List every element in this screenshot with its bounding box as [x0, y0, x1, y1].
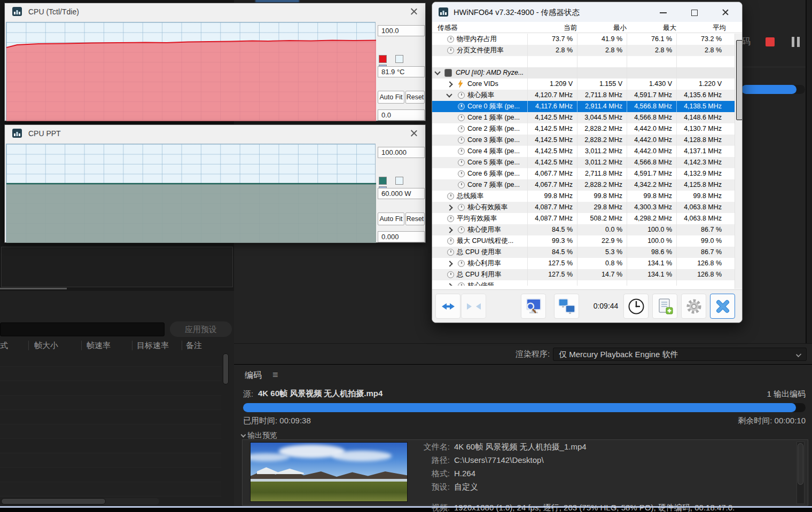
close-sensors-button[interactable] — [710, 294, 735, 319]
preset-horizontal-scrollbar[interactable] — [1, 498, 159, 505]
panel-divider-handle[interactable] — [0, 288, 67, 289]
header-max[interactable]: 最大 — [627, 23, 676, 33]
maximize-icon[interactable] — [690, 8, 699, 17]
sensor-row[interactable]: CPU [#0]: AMD Ryze... — [432, 67, 735, 78]
column-frame-size[interactable]: 帧大小 — [34, 341, 58, 351]
sensor-row[interactable]: Core VIDs 1.209 V 1.155 V 1.430 V 1.220 … — [432, 78, 735, 90]
hwinfo-titlebar[interactable]: HWiNFO64 v7.32-4900 - 传感器状态 — [432, 2, 742, 22]
preview-scrollbar[interactable] — [797, 442, 805, 504]
graph-window-titlebar[interactable]: CPU PPT — [5, 125, 425, 143]
remaining-time: 剩余时间: 00:00:10 — [738, 416, 806, 426]
current-value-field[interactable]: 60.000 W — [378, 188, 425, 199]
header-current[interactable]: 当前 — [527, 23, 577, 33]
sensor-row[interactable]: 分页文件使用率 2.8 % 2.8 % 2.8 % 2.8 % — [432, 45, 735, 56]
preset-list-row[interactable] — [0, 352, 221, 367]
logging-button[interactable] — [652, 294, 677, 319]
uptime-clock-button[interactable] — [623, 294, 649, 319]
sensor-label: 分页文件使用率 — [457, 45, 524, 56]
preset-list-row[interactable] — [0, 453, 221, 468]
scrollbar-thumb[interactable] — [736, 40, 743, 120]
scale-min-field[interactable]: 0.000 — [378, 231, 425, 242]
collapse-all-button[interactable] — [461, 294, 486, 319]
sensor-row[interactable]: Core 0 频率 (pe... 4,117.6 MHz 2,911.4 MHz… — [432, 101, 735, 112]
render-engine-dropdown[interactable]: 仅 Mercury Playback Engine 软件 — [553, 348, 807, 361]
scrollbar-thumb[interactable] — [1, 498, 106, 505]
auto-fit-button[interactable]: Auto Fit — [378, 212, 404, 225]
value-max: 100.0 % — [627, 235, 676, 247]
graph-window-titlebar[interactable]: CPU (Tctl/Tdie) — [5, 3, 425, 21]
column-format-clipped[interactable]: 式 — [0, 341, 8, 351]
sensor-row[interactable]: 平均有效频率 4,087.7 MHz 508.2 MHz 4,298.2 MHz… — [432, 213, 735, 224]
preset-list-row[interactable] — [0, 424, 221, 439]
preset-search-input[interactable] — [0, 322, 165, 336]
close-icon[interactable] — [410, 7, 418, 15]
sensor-row[interactable]: Core 5 频率 (pe... 4,142.5 MHz 3,011.2 MHz… — [432, 157, 735, 168]
sensor-row[interactable]: Core 3 频率 (pe... 4,142.5 MHz 2,828.2 MHz… — [432, 135, 735, 146]
preset-list-row[interactable] — [0, 468, 221, 482]
preset-list-row[interactable] — [0, 482, 221, 497]
scrollbar-thumb[interactable] — [798, 443, 803, 485]
header-avg[interactable]: 平均 — [676, 23, 726, 33]
header-min[interactable]: 最小 — [577, 23, 627, 33]
remote-monitoring-button[interactable] — [554, 294, 579, 319]
preset-list-row[interactable] — [0, 396, 221, 410]
encoding-progressbar — [243, 403, 806, 412]
apply-preset-button[interactable]: 应用预设 — [170, 321, 232, 337]
sensor-row[interactable]: 核心利用率 127.5 % 0.8 % 134.1 % 126.8 % — [432, 258, 735, 269]
stop-queue-button[interactable] — [766, 37, 775, 46]
column-target-rate[interactable]: 目标速率 — [137, 341, 169, 351]
series-color-swatch[interactable] — [379, 55, 387, 63]
sensor-row[interactable]: Core 1 频率 (pe... 4,142.5 MHz 3,044.5 MHz… — [432, 112, 735, 123]
column-comment[interactable]: 备注 — [186, 341, 202, 351]
series-color-swatch[interactable] — [379, 177, 387, 185]
row-expander-icon[interactable] — [447, 93, 451, 97]
sensor-row[interactable]: Core 2 频率 (pe... 4,142.5 MHz 2,828.2 MHz… — [432, 123, 735, 135]
sensor-row[interactable]: 核心使用率 84.5 % 0.0 % 100.0 % 86.7 % — [432, 224, 735, 235]
pause-queue-button[interactable] — [792, 37, 800, 47]
sensor-row[interactable]: Core 4 频率 (pe... 4,142.5 MHz 3,011.2 MHz… — [432, 146, 735, 157]
row-expander-icon[interactable] — [447, 283, 451, 286]
sensor-row[interactable]: 总 CPU 利用率 127.5 % 14.7 % 134.1 % 126.8 % — [432, 269, 735, 280]
preset-list-row[interactable] — [0, 381, 221, 396]
expand-all-button[interactable] — [435, 294, 460, 319]
row-expander-icon[interactable] — [447, 227, 451, 232]
scale-max-field[interactable]: 100.000 — [378, 147, 425, 158]
sensor-scrollbar[interactable] — [735, 34, 743, 289]
auto-fit-button[interactable]: Auto Fit — [378, 91, 404, 104]
sensor-row[interactable]: Core 7 频率 (pe... 4,067.7 MHz 2,828.2 MHz… — [432, 179, 735, 191]
sensor-row[interactable]: 物理内存占用 73.7 % 41.9 % 76.1 % 73.2 % — [432, 34, 735, 45]
row-expander-icon[interactable] — [447, 205, 451, 209]
scale-min-field[interactable]: 0.0 — [378, 109, 425, 121]
column-frame-rate[interactable]: 帧速率 — [87, 341, 111, 351]
sensor-row[interactable]: 核心频率 4,120.7 MHz 2,711.8 MHz 4,591.7 MHz… — [432, 90, 735, 101]
close-icon[interactable] — [721, 8, 730, 17]
sensor-row[interactable]: Core 6 频率 (pe... 4,067.7 MHz 2,711.8 MHz… — [432, 168, 735, 179]
row-expander-icon[interactable] — [447, 82, 451, 86]
preset-list-row[interactable] — [0, 367, 221, 381]
panel-menu-icon[interactable]: ≡ — [272, 369, 278, 381]
sensor-row[interactable]: 最大 CPU/线程使... 99.3 % 22.9 % 100.0 % 99.0… — [432, 235, 735, 247]
sensor-settings-button[interactable] — [521, 294, 546, 319]
sensor-row[interactable]: 核心倍频 — [432, 280, 735, 286]
settings-button[interactable] — [681, 294, 706, 319]
current-value-field[interactable]: 81.9 °C — [378, 66, 425, 77]
sensor-row[interactable]: 核心有效频率 4,087.7 MHz 29.8 MHz 4,300.3 MHz … — [432, 202, 735, 213]
reset-button[interactable]: Reset — [405, 91, 425, 104]
preset-vertical-scrollbar[interactable] — [223, 353, 229, 497]
sensor-row[interactable] — [432, 56, 735, 67]
sensor-row[interactable]: 总线频率 99.8 MHz 99.8 MHz 99.8 MHz 99.8 MHz — [432, 191, 735, 202]
render-engine-row: 渲染程序: 仅 Mercury Playback Engine 软件 — [234, 343, 812, 364]
preset-list-row[interactable] — [0, 410, 221, 424]
row-expander-icon[interactable] — [435, 70, 440, 75]
background-color-swatch[interactable] — [395, 55, 403, 63]
background-color-swatch[interactable] — [395, 177, 403, 185]
reset-button[interactable]: Reset — [405, 212, 425, 225]
minimize-icon[interactable] — [659, 8, 668, 17]
scrollbar-thumb[interactable] — [223, 353, 229, 384]
scale-max-field[interactable]: 100.0 — [378, 25, 425, 36]
row-expander-icon[interactable] — [447, 261, 451, 265]
header-sensor[interactable]: 传感器 — [438, 23, 458, 33]
sensor-row[interactable]: 总 CPU 使用率 84.5 % 5.3 % 98.6 % 86.7 % — [432, 247, 735, 258]
preset-list-row[interactable] — [0, 439, 221, 453]
close-icon[interactable] — [410, 129, 418, 137]
